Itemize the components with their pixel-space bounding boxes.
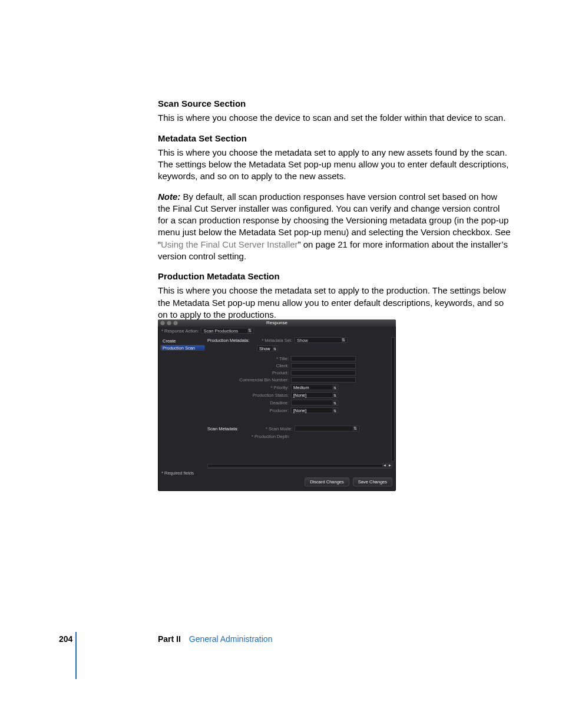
title-label: * Title: — [207, 356, 289, 361]
scroll-buttons: ◀ ▶ — [382, 463, 392, 467]
para-scan-source: This is where you choose the device to s… — [158, 112, 511, 124]
production-status-select[interactable]: [None]⇅ — [291, 392, 338, 398]
chevron-updown-icon: ⇅ — [332, 393, 337, 397]
client-label: Client: — [207, 363, 289, 368]
required-fields-note: * Required fields — [161, 470, 194, 476]
metadata-set-popup[interactable]: Show ⇅ — [295, 337, 348, 343]
response-action-popup[interactable]: Scan Productions ⇅ — [201, 328, 254, 334]
sidebar-item-create[interactable]: Create — [160, 337, 205, 345]
chevron-updown-icon: ⇅ — [341, 338, 346, 342]
product-label: Product: — [207, 370, 289, 375]
chevron-updown-icon: ⇅ — [353, 426, 358, 431]
production-status-label: Production Status: — [207, 393, 289, 398]
sidebar: Create Production Scan — [160, 337, 205, 351]
footer-rule — [75, 632, 77, 679]
save-changes-button[interactable]: Save Changes — [353, 477, 392, 486]
production-depth-label: * Production Depth: — [207, 434, 290, 439]
note-xref[interactable]: Using the Final Cut Server Installer — [161, 239, 298, 249]
subgroup-value: Show — [259, 346, 270, 351]
heading-production-metadata: Production Metadata Section — [158, 271, 511, 282]
chevron-updown-icon: ⇅ — [332, 400, 337, 405]
chevron-updown-icon: ⇅ — [247, 328, 252, 333]
response-action-label: * Response Action: — [161, 328, 199, 334]
chevron-updown-icon: ⇅ — [332, 385, 337, 390]
footer-title: General Administration — [189, 634, 273, 644]
horizontal-scrollbar[interactable] — [207, 464, 385, 467]
discard-changes-button[interactable]: Discard Changes — [305, 477, 349, 486]
para-metadata-set: This is where you choose the metadata se… — [158, 147, 511, 183]
priority-value: Medium — [293, 385, 309, 390]
producer-label: Producer: — [207, 408, 289, 413]
scroll-right-button[interactable]: ▶ — [388, 463, 392, 467]
metadata-set-value: Show — [297, 338, 308, 343]
sidebar-item-production-scan[interactable]: Production Scan — [160, 345, 205, 351]
priority-select[interactable]: Medium⇅ — [291, 384, 338, 390]
client-input[interactable] — [291, 363, 356, 368]
titlebar: Response — [158, 319, 396, 327]
priority-label: * Priority: — [207, 385, 289, 390]
para-note: Note: By default, all scan production re… — [158, 191, 511, 263]
form-body: Production Metadata: * Metadata Set: Sho… — [207, 337, 392, 463]
note-label: Note: — [158, 192, 180, 202]
deadline-select[interactable]: ⇅ — [291, 400, 338, 406]
title-input[interactable] — [291, 356, 356, 361]
scan-mode-popup[interactable]: ⇅ — [295, 426, 359, 431]
page-number: 204 — [59, 634, 72, 644]
cbn-label: Commercial Bin Number: — [207, 377, 289, 383]
response-window: Response * Response Action: Scan Product… — [158, 319, 396, 491]
chevron-updown-icon: ⇅ — [272, 346, 277, 351]
divider — [207, 468, 392, 469]
scan-metadata-label: Scan Metadata: — [207, 426, 258, 431]
metadata-set-label: * Metadata Set: — [260, 338, 292, 343]
scan-mode-label: * Scan Mode: — [260, 426, 292, 431]
product-input[interactable] — [291, 370, 356, 375]
para-production-metadata: This is where you choose the metadata se… — [158, 285, 511, 321]
producer-select[interactable]: [None]⇅ — [291, 407, 338, 413]
footer-part: Part II — [158, 634, 181, 644]
cbn-input[interactable] — [291, 377, 356, 383]
response-action-value: Scan Productions — [203, 328, 238, 334]
scroll-left-button[interactable]: ◀ — [382, 463, 387, 467]
production-status-value: [None] — [293, 393, 306, 398]
heading-metadata-set: Metadata Set Section — [158, 133, 511, 144]
production-metadata-label: Production Metadata: — [207, 338, 258, 343]
heading-scan-source: Scan Source Section — [158, 98, 511, 110]
subgroup-popup[interactable]: Show ⇅ — [257, 345, 278, 351]
deadline-label: Deadline: — [207, 400, 289, 406]
chevron-updown-icon: ⇅ — [332, 408, 337, 413]
footer: Part II General Administration — [158, 634, 272, 644]
window-title: Response — [158, 320, 396, 325]
producer-value: [None] — [293, 408, 306, 413]
